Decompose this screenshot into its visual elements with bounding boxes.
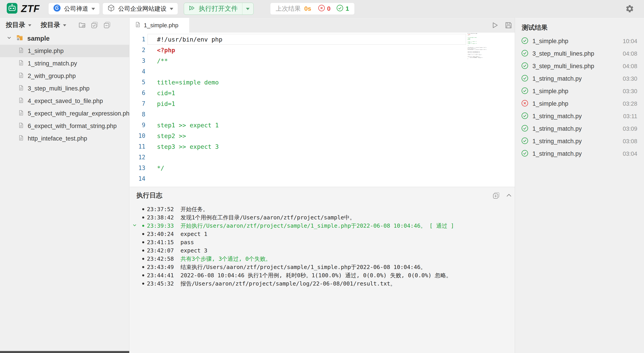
collapse-all-button[interactable] (103, 21, 111, 29)
file-item[interactable]: 5_expect_with_regular_expression.php (0, 107, 129, 120)
pass-circle-icon (521, 50, 528, 58)
line-number: 13 (130, 165, 145, 171)
zentao-site-dropdown[interactable]: 公司禅道 (48, 3, 100, 15)
line-content: title=simple demo (157, 79, 219, 86)
result-list: 1_simple.php 10:04 3_step_multi_lines.ph… (515, 35, 644, 160)
execution-log-panel: 执行日志 23:37:52 开始任务。 23:38:42 发现1个用例在工作目录… (130, 187, 515, 353)
product-cube-icon (107, 4, 115, 14)
log-bullet-icon (142, 208, 144, 210)
result-item[interactable]: 3_step_multi_lines.php 04:08 (515, 47, 644, 60)
editor-minimap[interactable]: #!/usr/bin/env php <?php /** title=simpl… (468, 33, 513, 59)
log-expand-chevron-icon[interactable] (132, 223, 137, 228)
select-all-button[interactable] (91, 21, 98, 29)
code-editor[interactable]: 1 #!/usr/bin/env php 2 <?php 3 /** 4 5 t… (130, 33, 515, 187)
workspace-folder-icon (16, 34, 24, 43)
log-entry: 23:38:42 发现1个用例在工作目录/Users/aaron/ztf/pro… (130, 213, 515, 222)
line-number: 15 (130, 186, 145, 187)
app-logo: ZTF (6, 2, 40, 15)
save-file-button[interactable] (504, 21, 512, 29)
product-label: 公司企业网站建设 (118, 5, 166, 13)
pass-circle-icon (521, 137, 528, 145)
ztf-app-window: ZTF 公司禅道 公司企业网站建设 执行打开文件 (0, 0, 644, 353)
log-entry: 23:42:58 共有3个步骤, 3个通过, 0个失败。 (130, 255, 515, 263)
fail-circle-icon (521, 100, 528, 108)
tree-node-sample[interactable]: sample (0, 32, 129, 45)
file-item[interactable]: 4_expect_saved_to_file.php (0, 95, 129, 107)
result-time: 03:30 (623, 75, 637, 82)
result-item[interactable]: 1_string_match.py 03:30 (515, 72, 644, 85)
open-folder-button[interactable] (78, 21, 86, 29)
result-item[interactable]: 1_simple.php 03:30 (515, 85, 644, 97)
run-file-button[interactable] (490, 21, 499, 29)
filter-dropdown-1[interactable]: 按目录 (6, 20, 31, 29)
line-number: 14 (130, 175, 145, 182)
new-log-tab-button[interactable] (492, 192, 500, 199)
file-name: 3_step_multi_lines.php (28, 85, 90, 92)
line-number: 4 (130, 68, 145, 75)
execute-open-file-button[interactable]: 执行打开文件 (184, 3, 242, 14)
result-item[interactable]: 1_string_match.py 03:11 (515, 110, 644, 122)
result-time: 03:08 (623, 138, 637, 145)
fail-count: 0 (318, 4, 331, 13)
log-bullet-icon (142, 241, 144, 243)
editor-tab-label: 1_simple.php (144, 22, 178, 29)
file-item[interactable]: http_inteface_test.php (0, 132, 129, 145)
result-item[interactable]: 1_string_match.py 03:09 (515, 122, 644, 135)
result-item[interactable]: 1_string_match.py 03:04 (515, 147, 644, 160)
log-bullet-icon (142, 266, 144, 268)
line-number: 12 (130, 154, 145, 161)
line-number: 2 (130, 47, 145, 53)
editor-toolbar (490, 18, 512, 33)
log-timestamp: 23:40:24 (147, 230, 174, 238)
log-message: 发现1个用例在工作目录/Users/aaron/ztf/project/samp… (180, 214, 355, 221)
file-item[interactable]: 3_step_multi_lines.php (0, 82, 129, 95)
pass-count: 1 (336, 4, 349, 13)
editor-tab-active[interactable]: 1_simple.php (130, 18, 189, 33)
code-line: 6 cid=1 (130, 88, 515, 98)
collapse-panel-button[interactable] (505, 192, 512, 199)
file-name: 1_simple.php (28, 47, 64, 54)
pass-circle-icon (336, 4, 344, 13)
result-item[interactable]: 3_step_multi_lines.php 04:08 (515, 60, 644, 72)
log-bullet-icon (142, 217, 144, 219)
result-item[interactable]: 1_simple.php 03:28 (515, 97, 644, 110)
results-title: 测试结果 (515, 18, 644, 32)
log-message: 2022-06-08 10:04:46 执行1个用例, 耗时0秒。1(100.0… (180, 272, 452, 279)
file-item[interactable]: 2_with_group.php (0, 70, 129, 82)
log-message: 共有3个步骤, 3个通过, 0个失败。 (180, 256, 271, 262)
file-icon (18, 47, 24, 55)
execute-dropdown-arrow[interactable] (242, 3, 253, 14)
line-content: <?php (157, 47, 175, 54)
pass-circle-icon (521, 150, 528, 158)
settings-gear-button[interactable] (625, 4, 634, 13)
line-number: 5 (130, 79, 145, 86)
log-bullet-icon (142, 283, 144, 285)
log-title: 执行日志 (136, 191, 162, 200)
file-item[interactable]: 6_expect_with_format_string.php (0, 120, 129, 132)
line-content: step2 >> (157, 132, 186, 139)
result-item[interactable]: 1_simple.php 10:04 (515, 35, 644, 47)
file-tree-sidebar: 按目录 按目录 (0, 18, 130, 353)
result-item[interactable]: 1_string_match.py 03:08 (515, 135, 644, 147)
ztf-robot-icon (6, 2, 18, 15)
chevron-down-icon (28, 24, 31, 28)
file-item[interactable]: 1_string_match.py (0, 57, 129, 70)
zentao-site-label: 公司禅道 (64, 5, 88, 13)
line-content: step1 >> expect 1 (157, 122, 219, 129)
line-content: pid=1 (157, 100, 175, 107)
log-message: 开始任务。 (180, 206, 208, 212)
result-time: 03:11 (623, 113, 637, 120)
line-number: 10 (130, 132, 145, 139)
filter-dropdown-2[interactable]: 按目录 (41, 20, 66, 29)
pass-circle-icon (521, 75, 528, 83)
sidebar-scrollbar[interactable] (0, 351, 129, 353)
log-message: 报告/Users/aaron/ztf/project/sample/log/22… (180, 280, 396, 287)
file-icon (18, 60, 24, 67)
result-file-name: 3_step_multi_lines.php (532, 50, 594, 57)
result-time: 03:09 (623, 125, 637, 132)
run-play-icon (188, 5, 196, 13)
zentao-site-icon (53, 4, 61, 14)
code-line: 9 step1 >> expect 1 (130, 120, 515, 130)
file-item[interactable]: 1_simple.php (0, 45, 129, 57)
product-dropdown[interactable]: 公司企业网站建设 (102, 3, 178, 15)
